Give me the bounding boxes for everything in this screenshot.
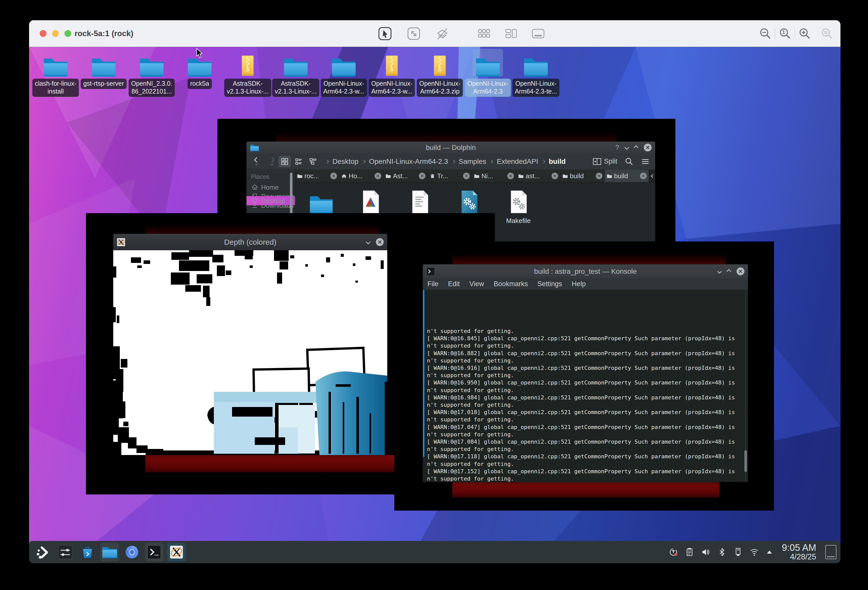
screen-scale-icon[interactable]	[407, 27, 421, 41]
wifi-tray-icon[interactable]	[750, 547, 759, 557]
split-button[interactable]: Split	[593, 158, 617, 165]
dolphin-task-button[interactable]	[100, 543, 119, 562]
xterm-task-button[interactable]	[167, 543, 186, 562]
search-icon[interactable]	[625, 157, 633, 166]
tab-close-button[interactable]	[419, 173, 425, 179]
forward-button[interactable]	[267, 158, 277, 165]
desktop-icon[interactable]: OpenNi-Linux- Arm64-2.3-w...	[320, 49, 368, 97]
breadcrumb-item[interactable]: ExtendedAPI	[497, 158, 538, 165]
depth-titlebar[interactable]: Depth (colored)	[113, 234, 387, 250]
file-item[interactable]: Makefile	[494, 190, 543, 225]
konsole-task-button[interactable]	[145, 543, 164, 562]
minimize-button[interactable]	[624, 145, 629, 150]
tab-close-button[interactable]	[552, 173, 558, 179]
menu-item[interactable]: Settings	[537, 280, 562, 288]
breadcrumb-item[interactable]: build	[549, 158, 566, 165]
tab-close-button[interactable]	[375, 173, 381, 179]
tab-close-button[interactable]	[640, 173, 647, 179]
desktop-icon[interactable]: OpenNI-Linux- Arm64-2.3-te...	[512, 49, 560, 97]
close-button[interactable]	[644, 144, 652, 151]
tab-close-button[interactable]	[507, 173, 514, 179]
compact-view-button[interactable]	[292, 156, 305, 167]
tab-close-button[interactable]	[331, 173, 337, 179]
dolphin-tab[interactable]: roc...	[295, 170, 339, 182]
chromium-button[interactable]	[123, 543, 141, 562]
expand-tray-icon[interactable]	[766, 548, 773, 556]
minimize-button[interactable]	[366, 240, 370, 244]
depth-camera-image	[113, 250, 387, 455]
zoom-in-icon[interactable]	[799, 27, 811, 40]
clipboard-tray-icon[interactable]	[685, 547, 694, 557]
updates-tray-icon[interactable]	[669, 547, 678, 557]
folder-icon	[376, 49, 407, 77]
places-item-label: Home	[261, 183, 279, 191]
desktop-icon[interactable]: AstraSDK- v2.1.3-Linux-...	[224, 49, 272, 97]
mouse-pointer	[196, 48, 204, 59]
window-traffic-lights	[40, 30, 71, 37]
tab-close-button[interactable]	[463, 173, 469, 179]
volume-tray-icon[interactable]	[701, 547, 710, 557]
bluetooth-tray-icon[interactable]	[717, 547, 727, 557]
show-desktop-button[interactable]	[825, 545, 836, 559]
folder-icon	[280, 49, 311, 77]
dolphin-tab[interactable]: Tr...	[428, 170, 472, 182]
hamburger-menu-icon[interactable]	[641, 158, 650, 165]
konsole-titlebar[interactable]: build : astra_pro_test — Konsole	[423, 264, 748, 278]
desktop-icon[interactable]: OpenNI-Linux- Arm64-2.3.zip	[416, 49, 464, 97]
usb-device-tray-icon[interactable]	[733, 547, 743, 557]
minimize-traffic-button[interactable]	[52, 30, 59, 37]
dolphin-tab[interactable]: build	[560, 170, 605, 182]
layers-disabled-icon[interactable]	[435, 27, 449, 41]
menu-item[interactable]: Help	[572, 280, 586, 288]
desktop-icon[interactable]: AstraSDK- v2.1.3-Linux-...	[272, 49, 320, 97]
discover-button[interactable]	[78, 543, 97, 562]
details-view-button[interactable]	[307, 156, 319, 167]
maximize-button[interactable]	[726, 269, 731, 273]
dolphin-titlebar[interactable]: build — Dolphin ?	[247, 142, 655, 153]
zoom-traffic-button[interactable]	[65, 30, 71, 37]
menu-item[interactable]: Bookmarks	[494, 280, 528, 288]
close-button[interactable]	[376, 238, 384, 246]
breadcrumb-item[interactable]: Samples	[459, 158, 486, 165]
dolphin-tab[interactable]: Ast...	[384, 170, 428, 182]
icons-view-button[interactable]	[278, 156, 291, 167]
places-scrollbar[interactable]	[290, 173, 292, 220]
back-button[interactable]	[251, 158, 261, 165]
breadcrumb-item[interactable]: OpenNI-Linux-Arm64-2.3	[369, 158, 448, 165]
places-item[interactable]: Home	[247, 183, 294, 192]
dolphin-tab[interactable]: Ho...	[339, 170, 384, 182]
terminal-line: n't supported for getting.	[427, 327, 743, 335]
cursor-mode-icon[interactable]	[378, 27, 392, 41]
breadcrumb-item[interactable]: Desktop	[332, 158, 359, 165]
maximize-button[interactable]	[634, 145, 638, 150]
menu-item[interactable]: Edit	[448, 280, 460, 288]
desktop-icon[interactable]: OpenNI-Linux- Arm64-2.3	[464, 49, 512, 97]
zoom-out-icon[interactable]	[759, 27, 772, 40]
minimize-button[interactable]	[717, 269, 722, 273]
dolphin-tab[interactable]: Ni...	[472, 170, 516, 182]
tab-scroll-left-icon[interactable]	[651, 174, 655, 178]
menu-item[interactable]: View	[469, 280, 484, 288]
grid-view-icon[interactable]	[477, 27, 491, 41]
desktop-icon[interactable]: OpenNI-Linux- Arm64-2.3-w...	[368, 49, 416, 97]
drawer-bar-icon[interactable]	[531, 27, 545, 41]
scrollbar-thumb[interactable]	[744, 450, 747, 472]
close-traffic-button[interactable]	[40, 30, 47, 37]
zoom-fit-icon[interactable]	[821, 27, 833, 40]
dolphin-tab[interactable]: build	[605, 170, 649, 182]
close-button[interactable]	[737, 267, 744, 275]
app-launcher-button[interactable]	[34, 543, 52, 562]
system-settings-button[interactable]	[56, 543, 75, 562]
places-header: Places	[251, 173, 294, 180]
desktop-icon[interactable]: clash-for-linux- install	[32, 49, 80, 97]
zoom-actual-icon[interactable]: 1	[779, 27, 791, 40]
window-layout-icon[interactable]	[504, 27, 518, 41]
desktop-icon[interactable]: OpenNI_2.3.0. 86_2022101...	[128, 49, 176, 97]
terminal[interactable]: n't supported for getting.[ WARN:0@16.84…	[423, 290, 748, 482]
clock[interactable]: 9:05 AM 4/28/25	[782, 543, 816, 561]
help-button[interactable]: ?	[616, 144, 619, 151]
menu-item[interactable]: File	[427, 280, 438, 288]
tab-close-button[interactable]	[596, 173, 602, 179]
desktop-icon[interactable]: gst-rtsp-server	[80, 49, 128, 97]
dolphin-tab[interactable]: ast...	[516, 170, 560, 182]
